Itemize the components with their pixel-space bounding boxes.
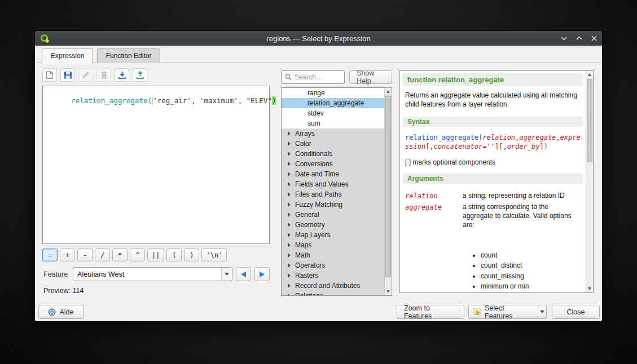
expand-icon bbox=[288, 192, 291, 197]
delete-expression-button[interactable] bbox=[96, 68, 111, 82]
function-help-content: function relation_aggregate Returns an a… bbox=[400, 71, 586, 292]
function-group-conversions[interactable]: Conversions bbox=[282, 159, 384, 169]
aggregate-option: minimum or min bbox=[481, 282, 581, 291]
aggregate-option: count_distinct bbox=[481, 261, 581, 270]
show-help-button[interactable]: Show Help bbox=[349, 70, 392, 84]
close-button[interactable]: Close bbox=[552, 305, 600, 319]
arguments-table: relation a string, representing a relati… bbox=[405, 192, 581, 292]
scroll-up-button[interactable] bbox=[385, 88, 392, 95]
expression-toolbar bbox=[42, 68, 147, 82]
arguments-header: Arguments bbox=[403, 174, 583, 184]
qgis-logo-icon bbox=[40, 34, 50, 43]
operator-open-paren-button[interactable]: ( bbox=[166, 248, 182, 261]
expand-icon bbox=[288, 162, 291, 166]
function-group-map-layers[interactable]: Map Layers bbox=[282, 230, 384, 240]
function-group-geometry[interactable]: Geometry bbox=[282, 220, 384, 230]
feature-combobox-arrow[interactable] bbox=[221, 268, 232, 281]
function-group-operators[interactable]: Operators bbox=[282, 260, 384, 270]
zoom-to-features-button[interactable]: Zoom to Features bbox=[397, 305, 464, 319]
expand-icon bbox=[288, 273, 291, 278]
select-features-dropdown-arrow[interactable] bbox=[538, 305, 546, 318]
operator-minus-button[interactable]: - bbox=[77, 248, 93, 261]
function-group-maps[interactable]: Maps bbox=[282, 240, 384, 250]
function-item-sum[interactable]: sum bbox=[282, 118, 384, 128]
expand-icon bbox=[288, 283, 291, 288]
function-group-color[interactable]: Color bbox=[282, 139, 384, 149]
operator-plus-button[interactable]: + bbox=[60, 248, 75, 261]
function-group-files-and-paths[interactable]: Files and Paths bbox=[282, 189, 384, 199]
desktop-backdrop: regions — Select by Expression Expressio… bbox=[0, 0, 637, 364]
expand-icon bbox=[288, 172, 291, 176]
previous-feature-button[interactable] bbox=[236, 267, 251, 281]
feature-combobox[interactable] bbox=[73, 267, 232, 281]
tab-expression[interactable]: Expression bbox=[42, 48, 93, 64]
window-title: regions — Select by Expression bbox=[35, 34, 602, 43]
help-description: Returns an aggregate value calculated us… bbox=[405, 91, 581, 109]
operator-equals-button[interactable]: = bbox=[42, 248, 58, 261]
feature-row: Feature bbox=[43, 267, 270, 281]
expression-code-editor[interactable]: relation_aggregate('reg_air', 'maximum',… bbox=[42, 86, 270, 244]
close-window-button[interactable] bbox=[591, 35, 597, 41]
expand-icon bbox=[288, 141, 291, 146]
function-group-relations[interactable]: Relations bbox=[282, 291, 384, 296]
search-icon bbox=[285, 74, 292, 81]
operator-divide-button[interactable]: / bbox=[95, 248, 110, 261]
chevron-down-icon bbox=[225, 273, 229, 276]
select-features-button[interactable]: Select Features bbox=[468, 305, 547, 319]
shade-window-button[interactable] bbox=[561, 35, 567, 41]
maximize-window-button[interactable] bbox=[576, 35, 582, 41]
import-expressions-button[interactable] bbox=[115, 68, 129, 82]
function-group-fuzzy-matching[interactable]: Fuzzy Matching bbox=[282, 199, 384, 210]
scroll-down-button[interactable] bbox=[385, 288, 392, 295]
scroll-down-button[interactable] bbox=[586, 285, 593, 292]
aggregate-option: maximum or max bbox=[481, 292, 581, 292]
operator-concat-button[interactable]: || bbox=[147, 248, 164, 261]
expand-icon bbox=[288, 233, 291, 237]
expression-code-line: relation_aggregate('reg_air', 'maximum',… bbox=[71, 96, 276, 105]
feature-combobox-input[interactable] bbox=[73, 270, 221, 278]
expand-icon bbox=[288, 223, 291, 227]
function-group-rasters[interactable]: Rasters bbox=[282, 270, 384, 281]
new-expression-button[interactable] bbox=[42, 68, 57, 82]
expand-icon bbox=[288, 131, 291, 136]
operator-newline-button[interactable]: '\n' bbox=[201, 248, 227, 261]
argument-description: a string corresponding to the aggregate … bbox=[463, 203, 581, 292]
scrollbar-thumb[interactable] bbox=[587, 79, 592, 162]
function-item-range[interactable]: range bbox=[282, 88, 384, 98]
select-features-icon bbox=[473, 308, 481, 316]
export-expressions-button[interactable] bbox=[133, 68, 147, 82]
expand-icon bbox=[288, 202, 291, 207]
next-feature-button[interactable] bbox=[254, 267, 270, 281]
function-group-fields-and-values[interactable]: Fields and Values bbox=[282, 179, 384, 189]
optional-components-note: [ ] marks optional components bbox=[405, 158, 581, 166]
triangle-up-icon bbox=[386, 90, 390, 93]
function-group-general[interactable]: General bbox=[282, 210, 384, 220]
function-group-arrays[interactable]: Arrays bbox=[282, 128, 384, 139]
expand-icon bbox=[288, 152, 291, 156]
expand-icon bbox=[288, 243, 291, 247]
tab-function-editor[interactable]: Function Editor bbox=[97, 48, 161, 63]
feature-label: Feature bbox=[43, 270, 68, 278]
window-controls bbox=[561, 35, 597, 41]
edit-expression-button[interactable] bbox=[78, 68, 93, 82]
save-expression-button[interactable] bbox=[60, 68, 75, 82]
titlebar[interactable]: regions — Select by Expression bbox=[35, 31, 602, 46]
function-search-box[interactable] bbox=[281, 70, 345, 84]
function-item-relation-aggregate[interactable]: relation_aggregate bbox=[282, 98, 384, 108]
expand-icon bbox=[288, 182, 291, 187]
help-panel-scrollbar bbox=[586, 71, 593, 292]
select-features-main[interactable]: Select Features bbox=[469, 305, 534, 318]
scroll-up-button[interactable] bbox=[586, 71, 593, 78]
operator-multiply-button[interactable]: * bbox=[112, 248, 128, 261]
function-group-conditionals[interactable]: Conditionals bbox=[282, 149, 384, 159]
aggregate-options-list: count count_distinct count_missing minim… bbox=[481, 251, 581, 292]
function-search-input[interactable] bbox=[295, 73, 341, 81]
function-item-stdev[interactable]: stdev bbox=[282, 108, 384, 118]
help-button[interactable]: Aide bbox=[38, 305, 84, 319]
scrollbar-thumb[interactable] bbox=[385, 96, 391, 277]
operator-close-paren-button[interactable]: ) bbox=[184, 248, 199, 261]
function-group-math[interactable]: Math bbox=[282, 250, 384, 260]
function-group-date-and-time[interactable]: Date and Time bbox=[282, 169, 384, 179]
function-group-record-and-attributes[interactable]: Record and Attributes bbox=[282, 281, 384, 291]
operator-power-button[interactable]: ^ bbox=[130, 248, 145, 261]
